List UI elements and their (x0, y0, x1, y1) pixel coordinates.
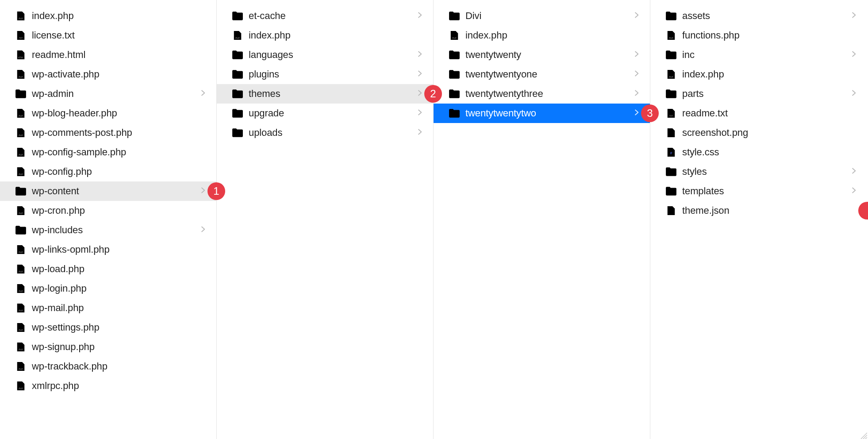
svg-text:PHP: PHP (19, 310, 23, 312)
file-row[interactable]: TXTreadme.txt (650, 104, 867, 123)
folder-row[interactable]: twentytwentythree (434, 84, 650, 104)
chevron-right-icon (417, 129, 425, 137)
item-label: languages (249, 49, 417, 61)
file-row[interactable]: HTMLreadme.html (0, 45, 216, 65)
svg-text:PHP: PHP (452, 37, 456, 39)
item-label: wp-login.php (32, 283, 212, 294)
folder-row[interactable]: inc (650, 45, 867, 65)
chevron-right-icon (851, 187, 859, 195)
chevron-right-icon (851, 51, 859, 59)
file-row[interactable]: PHPwp-trackback.php (0, 357, 216, 376)
file-row[interactable]: PHPindex.php (0, 6, 216, 26)
item-label: index.php (465, 30, 645, 41)
item-label: parts (682, 88, 851, 100)
svg-line-36 (865, 437, 867, 439)
folder-row[interactable]: et-cache (217, 6, 433, 26)
file-row[interactable]: PHPwp-config.php (0, 162, 216, 181)
chevron-right-icon (200, 187, 208, 195)
file-row[interactable]: PHPindex.php (217, 26, 433, 45)
file-row[interactable]: PHPwp-blog-header.php (0, 104, 216, 123)
folder-row[interactable]: plugins (217, 65, 433, 84)
item-label: styles (682, 166, 851, 177)
item-label: wp-comments-post.php (32, 127, 212, 139)
file-row[interactable]: PHPxmlrpc.php (0, 376, 216, 396)
folder-icon (665, 49, 677, 61)
folder-icon (449, 108, 460, 119)
json-file-icon (665, 205, 677, 216)
chevron-right-icon (417, 90, 425, 98)
file-row[interactable]: PHPwp-links-opml.php (0, 240, 216, 259)
folder-icon (449, 49, 460, 61)
html-file-icon: HTML (15, 49, 27, 61)
folder-row[interactable]: parts (650, 84, 867, 104)
folder-icon (232, 49, 243, 61)
folder-row[interactable]: twentytwentytwo3 (434, 104, 650, 123)
php-file-icon: PHP (15, 166, 27, 177)
file-row[interactable]: PHPwp-login.php (0, 279, 216, 298)
item-label: readme.html (32, 49, 212, 61)
chevron-right-icon (417, 51, 425, 59)
item-label: readme.txt (682, 108, 863, 119)
folder-row[interactable]: uploads (217, 123, 433, 142)
file-row[interactable]: PHPindex.php (434, 26, 650, 45)
file-row[interactable]: PHPwp-config-sample.php (0, 142, 216, 162)
file-row[interactable]: PHPwp-activate.php (0, 65, 216, 84)
svg-text:PHP: PHP (19, 368, 23, 370)
file-row[interactable]: PHPindex.php (650, 65, 867, 84)
folder-row[interactable]: wp-includes (0, 220, 216, 240)
php-file-icon: PHP (15, 302, 27, 314)
svg-text:PHP: PHP (19, 135, 23, 137)
folder-row[interactable]: twentytwentyone (434, 65, 650, 84)
item-label: wp-admin (32, 88, 200, 100)
finder-column: assetsPHPfunctions.phpincPHPindex.phppar… (650, 0, 867, 439)
svg-text:PHP: PHP (19, 154, 23, 156)
php-file-icon: PHP (449, 30, 460, 41)
item-label: index.php (32, 10, 212, 22)
php-file-icon: PHP (15, 380, 27, 392)
file-row[interactable]: PHPwp-settings.php (0, 318, 216, 337)
file-row[interactable]: screenshot.png (650, 123, 867, 142)
resize-handle-icon[interactable] (859, 430, 867, 438)
folder-row[interactable]: themes2 (217, 84, 433, 104)
folder-row[interactable]: assets (650, 6, 867, 26)
folder-row[interactable]: twentytwenty (434, 45, 650, 65)
file-row[interactable]: theme.json (650, 201, 867, 220)
svg-text:PHP: PHP (19, 349, 23, 351)
folder-icon (232, 69, 243, 80)
folder-row[interactable]: wp-content1 (0, 181, 216, 201)
folder-row[interactable]: styles (650, 162, 867, 181)
folder-row[interactable]: templates (650, 181, 867, 201)
folder-row[interactable]: languages (217, 45, 433, 65)
folder-icon (232, 127, 243, 139)
chevron-right-icon (634, 51, 642, 59)
php-file-icon: PHP (15, 283, 27, 294)
item-label: theme.json (682, 205, 863, 216)
folder-row[interactable]: wp-admin (0, 84, 216, 104)
folder-row[interactable]: Divi (434, 6, 650, 26)
chevron-right-icon (634, 109, 642, 117)
finder-column-view: PHPindex.phpTXTlicense.txtHTMLreadme.htm… (0, 0, 868, 439)
svg-text:PHP: PHP (19, 18, 23, 20)
file-row[interactable]: #style.css (650, 142, 867, 162)
file-row[interactable]: PHPwp-comments-post.php (0, 123, 216, 142)
item-label: templates (682, 185, 851, 197)
item-label: wp-blog-header.php (32, 108, 212, 119)
file-row[interactable]: PHPwp-load.php (0, 259, 216, 279)
item-label: wp-settings.php (32, 322, 212, 333)
folder-icon (15, 88, 27, 100)
file-row[interactable]: PHPfunctions.php (650, 26, 867, 45)
folder-icon (15, 224, 27, 236)
file-row[interactable]: PHPwp-signup.php (0, 337, 216, 357)
file-row[interactable]: TXTlicense.txt (0, 26, 216, 45)
item-label: twentytwentyone (465, 69, 634, 80)
php-file-icon: PHP (15, 341, 27, 353)
item-label: wp-links-opml.php (32, 244, 212, 255)
folder-row[interactable]: upgrade (217, 104, 433, 123)
item-label: license.txt (32, 30, 212, 41)
svg-text:PHP: PHP (19, 271, 23, 273)
svg-text:TXT: TXT (669, 115, 673, 117)
file-row[interactable]: PHPwp-mail.php (0, 298, 216, 318)
file-row[interactable]: PHPwp-cron.php (0, 201, 216, 220)
txt-file-icon: TXT (665, 108, 677, 119)
chevron-right-icon (634, 12, 642, 20)
